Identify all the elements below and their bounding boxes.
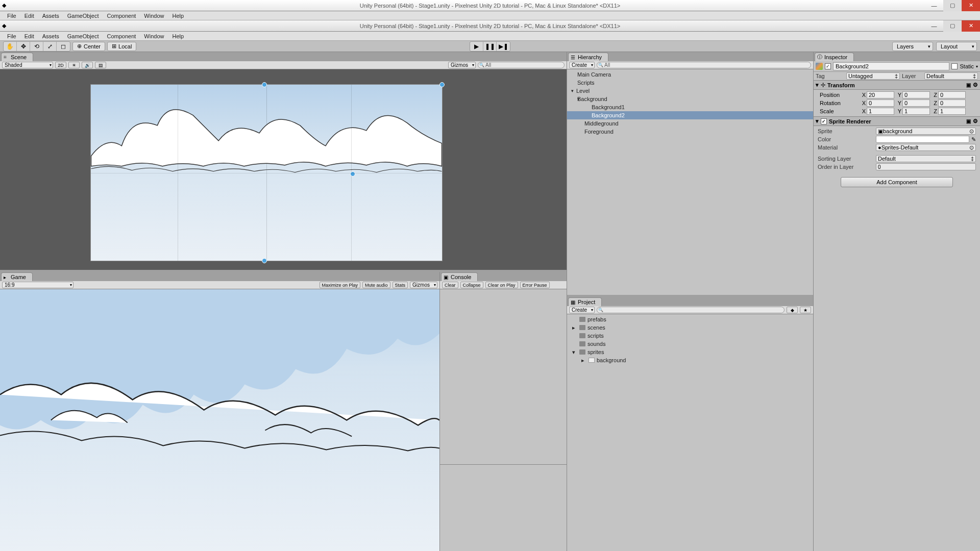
local-toggle[interactable]: ⊞Local [107, 42, 136, 51]
scale-x[interactable]: 1 [867, 108, 894, 115]
selection-handle-bottom[interactable] [262, 258, 267, 263]
project-item[interactable]: ▸background [567, 356, 813, 364]
eyedropper-icon[interactable]: ✎ [971, 136, 976, 143]
hierarchy-search[interactable]: All [597, 62, 811, 68]
scene-view[interactable] [0, 69, 567, 270]
menu-assets[interactable]: Assets [38, 11, 63, 20]
game-view[interactable] [0, 289, 439, 551]
scene-canvas[interactable] [91, 85, 442, 261]
inspector-tab[interactable]: ⓘInspector [815, 53, 854, 61]
layers-dropdown[interactable]: Layers [892, 42, 933, 51]
layer-dropdown[interactable]: Default‡ [924, 72, 978, 80]
rotation-y[interactable]: 0 [902, 99, 930, 107]
maximize-button[interactable]: ▢ [943, 0, 962, 11]
project-filter-2[interactable]: ★ [800, 307, 811, 313]
add-component-button[interactable]: Add Component [841, 177, 953, 187]
order-field[interactable]: 0 [876, 163, 976, 170]
hierarchy-item[interactable]: Foreground [567, 128, 813, 136]
console-clear-on-play[interactable]: Clear on Play [485, 282, 518, 288]
shading-dropdown[interactable]: Shaded [2, 62, 53, 68]
rotate-tool[interactable]: ⟲ [30, 42, 43, 51]
hierarchy-tree[interactable]: Main Camera Scripts ▾Level ▾Background B… [567, 69, 813, 295]
scene-search[interactable]: All [478, 62, 565, 68]
project-item[interactable]: ▸scenes [567, 323, 813, 332]
project-filter-1[interactable]: ◆ [787, 307, 798, 313]
sorting-layer-field[interactable]: Default‡ [876, 155, 976, 162]
hand-tool[interactable]: ✋ [4, 42, 17, 51]
mute-audio[interactable]: Mute audio [362, 282, 390, 288]
project-item[interactable]: ▾sprites [567, 348, 813, 356]
aspect-dropdown[interactable]: 16:9 [2, 282, 74, 288]
pause-button[interactable]: ❚❚ [483, 42, 497, 51]
audio-toggle[interactable]: 🔊 [82, 62, 93, 68]
close-button[interactable]: ✕ [962, 0, 980, 11]
menu-window[interactable]: Window [140, 11, 168, 20]
material-field[interactable]: ● Sprites-Default⊙ [876, 144, 976, 151]
selection-handle-tr[interactable] [439, 82, 445, 87]
layout-dropdown[interactable]: Layout [936, 42, 977, 51]
inner-close-button[interactable]: ✕ [962, 20, 980, 32]
position-x[interactable]: 20 [867, 91, 894, 98]
menu-file[interactable]: File [3, 11, 20, 20]
menu-edit[interactable]: Edit [20, 32, 38, 40]
scale-y[interactable]: 1 [902, 108, 930, 115]
play-button[interactable]: ▶ [470, 42, 483, 51]
console-clear[interactable]: Clear [442, 282, 458, 288]
console-error-pause[interactable]: Error Pause [520, 282, 550, 288]
fx-toggle[interactable]: ▤ [95, 62, 106, 68]
step-button[interactable]: ▶❚ [497, 42, 510, 51]
sprite-renderer-header[interactable]: ▾✓Sprite Renderer ▣ ⚙ [814, 116, 980, 126]
selection-pivot[interactable] [350, 171, 355, 177]
inner-maximize-button[interactable]: ▢ [943, 20, 962, 32]
menu-window[interactable]: Window [140, 32, 168, 40]
static-checkbox[interactable] [951, 63, 958, 69]
hierarchy-create[interactable]: Create [569, 62, 595, 68]
component-menu-icon[interactable]: ⚙ [973, 82, 978, 88]
selection-handle-top[interactable] [262, 82, 267, 87]
position-y[interactable]: 0 [902, 91, 930, 98]
hierarchy-item[interactable]: Background1 [567, 103, 813, 111]
rotation-z[interactable]: 0 [938, 99, 966, 107]
object-name-field[interactable]: Background2 [833, 62, 949, 70]
lighting-toggle[interactable]: ☀ [68, 62, 80, 68]
hierarchy-item-selected[interactable]: Background2 [567, 111, 813, 119]
menu-edit[interactable]: Edit [20, 11, 38, 20]
project-item[interactable]: prefabs [567, 315, 813, 323]
transform-component-header[interactable]: ▾⊹Transform ▣ ⚙ [814, 80, 980, 90]
menu-file[interactable]: File [3, 32, 20, 40]
component-help-icon[interactable]: ▣ [966, 82, 971, 88]
scale-tool[interactable]: ⤢ [43, 42, 57, 51]
project-item[interactable]: sounds [567, 340, 813, 348]
console-collapse[interactable]: Collapse [460, 282, 483, 288]
menu-assets[interactable]: Assets [38, 32, 63, 40]
gizmos-dropdown[interactable]: Gizmos [448, 62, 476, 68]
project-search[interactable] [597, 307, 785, 313]
console-tab[interactable]: ▣Console [441, 272, 478, 281]
maximize-on-play[interactable]: Maximize on Play [320, 282, 361, 288]
project-item[interactable]: scripts [567, 332, 813, 340]
hierarchy-item[interactable]: Middleground [567, 119, 813, 128]
hierarchy-item[interactable]: Scripts [567, 79, 813, 87]
stats-toggle[interactable]: Stats [393, 282, 408, 288]
menu-component[interactable]: Component [103, 11, 140, 20]
sprite-renderer-enabled[interactable]: ✓ [821, 118, 827, 124]
menu-component[interactable]: Component [103, 32, 140, 40]
position-z[interactable]: 0 [938, 91, 966, 98]
inner-minimize-button[interactable]: — [925, 20, 943, 32]
game-gizmos[interactable]: Gizmos [410, 282, 437, 288]
minimize-button[interactable]: — [925, 0, 943, 11]
project-create[interactable]: Create [569, 307, 595, 313]
pivot-toggle[interactable]: ⊕Center [72, 42, 105, 51]
move-tool[interactable]: ✥ [17, 42, 30, 51]
project-tab[interactable]: ▦Project [568, 297, 602, 306]
tag-dropdown[interactable]: Untagged‡ [846, 72, 900, 80]
hierarchy-tab[interactable]: ☰Hierarchy [568, 53, 608, 61]
rotation-x[interactable]: 0 [867, 99, 894, 107]
scale-z[interactable]: 1 [938, 108, 966, 115]
component-menu-icon[interactable]: ⚙ [973, 118, 978, 124]
console-body[interactable] [440, 289, 567, 464]
menu-help[interactable]: Help [168, 11, 188, 20]
active-checkbox[interactable]: ✓ [825, 63, 831, 69]
menu-gameobject[interactable]: GameObject [63, 32, 103, 40]
sprite-field[interactable]: ▣ background⊙ [876, 128, 976, 135]
